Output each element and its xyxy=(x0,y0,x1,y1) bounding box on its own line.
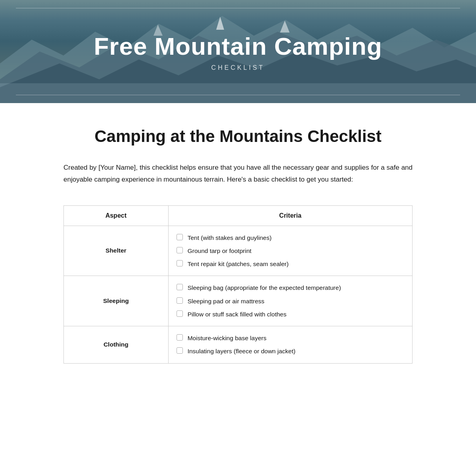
checkbox[interactable] xyxy=(177,297,183,304)
hero-title: Free Mountain Camping xyxy=(94,32,382,60)
item-text: Tent (with stakes and guylines) xyxy=(188,233,272,242)
checkbox[interactable] xyxy=(177,247,183,253)
checkbox[interactable] xyxy=(177,260,183,266)
svg-rect-6 xyxy=(0,83,476,103)
criteria-cell-1: Sleeping bag (appropriate for the expect… xyxy=(168,276,412,326)
checkbox[interactable] xyxy=(177,284,183,290)
item-text: Tent repair kit (patches, seam sealer) xyxy=(188,259,289,268)
item-text: Sleeping pad or air mattress xyxy=(188,297,265,306)
criteria-cell-0: Tent (with stakes and guylines)Ground ta… xyxy=(168,226,412,276)
item-text: Pillow or stuff sack filled with clothes xyxy=(188,310,287,319)
checklist-item: Tent repair kit (patches, seam sealer) xyxy=(177,259,404,268)
item-text: Ground tarp or footprint xyxy=(188,246,251,255)
checkbox[interactable] xyxy=(177,310,183,317)
item-text: Sleeping bag (appropriate for the expect… xyxy=(188,283,341,292)
main-content: Camping at the Mountains Checklist Creat… xyxy=(48,103,428,387)
page-title: Camping at the Mountains Checklist xyxy=(63,127,413,146)
checklist-item: Moisture-wicking base layers xyxy=(177,333,404,343)
aspect-cell-2: Clothing xyxy=(64,326,169,364)
criteria-cell-2: Moisture-wicking base layersInsulating l… xyxy=(168,326,412,364)
checklist-item: Insulating layers (fleece or down jacket… xyxy=(177,347,404,356)
checklist-item: Tent (with stakes and guylines) xyxy=(177,233,404,242)
checklist-item: Sleeping bag (appropriate for the expect… xyxy=(177,283,404,292)
table-row: SleepingSleeping bag (appropriate for th… xyxy=(64,276,413,326)
checklist-table: Aspect Criteria ShelterTent (with stakes… xyxy=(63,205,413,364)
checklist-item: Sleeping pad or air mattress xyxy=(177,297,404,306)
checklist-item: Ground tarp or footprint xyxy=(177,246,404,255)
table-row: ShelterTent (with stakes and guylines)Gr… xyxy=(64,226,413,276)
checklist-item: Pillow or stuff sack filled with clothes xyxy=(177,310,404,319)
checkbox[interactable] xyxy=(177,334,183,341)
aspect-cell-1: Sleeping xyxy=(64,276,169,326)
intro-paragraph: Created by [Your Name], this checklist h… xyxy=(63,162,413,186)
aspect-header: Aspect xyxy=(64,205,169,226)
hero-section: Free Mountain Camping CHECKLIST xyxy=(0,0,476,103)
item-text: Insulating layers (fleece or down jacket… xyxy=(188,347,296,356)
criteria-header: Criteria xyxy=(168,205,412,226)
table-row: ClothingMoisture-wicking base layersInsu… xyxy=(64,326,413,364)
hero-subtitle: CHECKLIST xyxy=(211,64,265,71)
table-header-row: Aspect Criteria xyxy=(64,205,413,226)
item-text: Moisture-wicking base layers xyxy=(188,333,267,343)
aspect-cell-0: Shelter xyxy=(64,226,169,276)
checkbox[interactable] xyxy=(177,234,183,240)
hero-border-bottom xyxy=(16,95,460,95)
hero-border-top xyxy=(16,8,460,8)
checkbox[interactable] xyxy=(177,347,183,354)
